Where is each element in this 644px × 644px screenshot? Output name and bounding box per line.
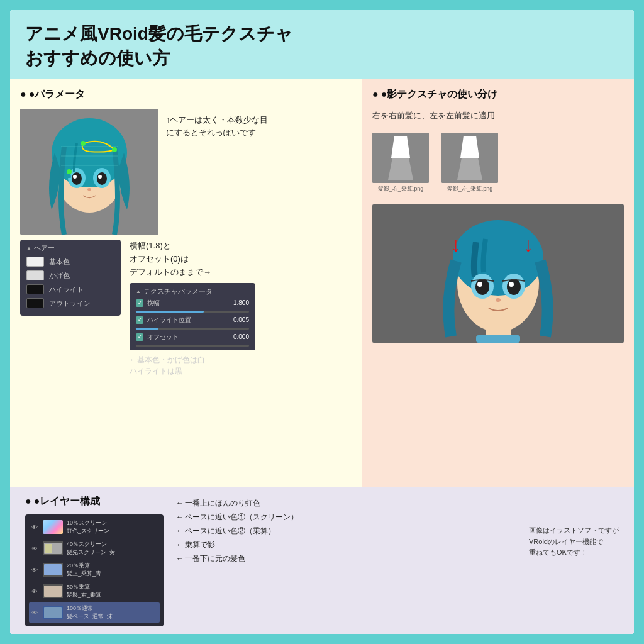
svg-point-8 (98, 175, 102, 179)
hair-item-base: 基本色 (26, 257, 114, 267)
layer-desc-col: 一番上にほんのり虹色 ベースに近い色①（スクリーン） ベースに近い色②（乗算） … (176, 495, 516, 564)
layer-thumb-3 (43, 563, 63, 577)
title-line2: おすすめの使い方 (25, 48, 170, 68)
shadow-color-swatch (26, 270, 44, 280)
layer-thumb-1 (43, 520, 63, 534)
hair-box-wrap: ヘアー 基本色 かげ色 ハイライト (20, 240, 121, 316)
svg-point-7 (73, 175, 77, 179)
layer-eye-5: 👁 (30, 608, 39, 617)
param-section-title: ●パラメータ (20, 88, 352, 101)
param-value-1: 1.800 (224, 299, 249, 306)
svg-rect-38 (45, 544, 52, 553)
param-label-2: ハイライト位置 (147, 316, 220, 325)
layer-mode-4: 50％乗算 (67, 583, 158, 591)
layer-mode-1: 10％スクリーン (67, 519, 158, 527)
character-image (20, 109, 158, 235)
svg-marker-20 (460, 136, 479, 158)
param-slider-1 (136, 311, 249, 313)
base-color-label: 基本色 (49, 257, 70, 267)
layer-desc-1: 一番上にほんのり虹色 (176, 497, 516, 509)
param-item-highlight: ✓ ハイライト位置 0.005 (136, 316, 249, 325)
layer-mode-3: 20％乗算 (67, 562, 158, 570)
svg-text:↓: ↓ (523, 233, 533, 256)
svg-point-28 (507, 279, 521, 295)
layer-mode-2: 40％スクリーン (67, 540, 158, 548)
layer-desc-5: 一番下に元の髪色 (176, 553, 516, 564)
layer-thumb-2 (43, 541, 63, 555)
param-label-1: 横幅 (147, 299, 220, 308)
texture-filename-left: 髪影_左_乗算.png (447, 185, 493, 193)
svg-marker-17 (391, 136, 410, 158)
highlight-color-swatch (26, 284, 44, 294)
param-text-box: 横幅(1.8)と オフセット(0)は デフォルトのままで→ テクスチャパラメータ… (130, 240, 255, 379)
left-panel: ●パラメータ (10, 79, 362, 487)
layer-eye-1: 👁 (30, 523, 39, 531)
param-check-2: ✓ (136, 316, 143, 324)
svg-point-12 (67, 169, 72, 174)
param-check-3: ✓ (136, 333, 143, 341)
texture-param-title: テクスチャパラメータ (136, 287, 249, 296)
highlight-color-label: ハイライト (49, 285, 84, 294)
svg-point-11 (112, 147, 117, 152)
layer-info-3: 20％乗算 髪上_乗算_青 (67, 562, 158, 578)
param-value-2: 0.005 (224, 316, 249, 323)
svg-rect-40 (44, 564, 62, 575)
texture-row: 髪影_右_乗算.png 髪影_左_乗算.png (372, 133, 624, 193)
svg-marker-21 (457, 158, 482, 180)
svg-point-5 (72, 172, 82, 185)
svg-point-27 (475, 279, 489, 295)
svg-point-29 (477, 282, 482, 287)
layer-name-4: 髪影_右_乗算 (67, 591, 158, 599)
layer-row-5: 👁 100％通常 髪ベース_通常_沫 (29, 602, 160, 623)
svg-rect-42 (44, 586, 62, 597)
layer-eye-4: 👁 (30, 587, 39, 596)
page-title: アニメ風VRoid髪の毛テクスチャ おすすめの使い方 (25, 21, 619, 70)
hair-item-outline: アウトライン (26, 298, 114, 308)
layer-eye-3: 👁 (30, 565, 39, 574)
texture-filename-right: 髪影_右_乗算.png (378, 185, 424, 193)
layer-name-1: 虹色_スクリーン (67, 527, 158, 535)
svg-rect-44 (44, 607, 62, 618)
svg-rect-33 (476, 335, 520, 343)
svg-point-6 (97, 172, 107, 185)
layer-name-3: 髪上_乗算_青 (67, 570, 158, 578)
svg-point-31 (496, 298, 501, 302)
hair-color-text: ←基本色・かげ色は白 ハイライトは黒 (130, 354, 255, 377)
hair-item-shadow: かげ色 (26, 270, 114, 280)
layer-info-4: 50％乗算 髪影_右_乗算 (67, 583, 158, 599)
shadow-color-label: かげ色 (49, 271, 70, 280)
layer-row-1: 👁 10％スクリーン 虹色_スクリーン (29, 517, 160, 537)
param-check-1: ✓ (136, 299, 143, 307)
main-content: ●パラメータ (10, 79, 634, 487)
title-area: アニメ風VRoid髪の毛テクスチャ おすすめの使い方 (10, 10, 634, 79)
shadow-section-title: ●影テクスチャの使い分け (372, 88, 624, 101)
hair-item-highlight: ハイライト (26, 284, 114, 294)
layer-info-1: 10％スクリーン 虹色_スクリーン (67, 519, 158, 535)
layer-mode-5: 100％通常 (67, 604, 158, 613)
outline-color-label: アウトライン (49, 299, 91, 308)
layer-section-wrap: ●レイヤー構成 👁 10％スクリーン 虹色_スクリーン 👁 (25, 495, 164, 626)
layer-eye-2: 👁 (30, 544, 39, 553)
param-slider-2 (136, 328, 249, 330)
left-top: ↑ヘアーは太く・本数少な目 にするとそれっぽいです (20, 109, 352, 235)
param-slider-fill-2 (136, 328, 158, 330)
layer-row-3: 👁 20％乗算 髪上_乗算_青 (29, 560, 160, 580)
base-color-swatch (26, 257, 44, 267)
svg-point-24 (453, 220, 543, 296)
char-note: ↑ヘアーは太く・本数少な目 にするとそれっぽいです (166, 109, 268, 139)
param-item-width: ✓ 横幅 1.800 (136, 299, 249, 308)
param-slider-3 (136, 345, 249, 347)
right-panel: ●影テクスチャの使い分け 右を右前髪に、左を左前髪に適用 (362, 79, 634, 487)
svg-marker-18 (388, 158, 413, 180)
layer-row-4: 👁 50％乗算 髪影_右_乗算 (29, 581, 160, 601)
shadow-subtitle: 右を右前髪に、左を左前髪に適用 (372, 110, 624, 121)
param-text: 横幅(1.8)と オフセット(0)は デフォルトのままで→ (130, 240, 255, 279)
title-line1: アニメ風VRoid髪の毛テクスチャ (25, 24, 293, 43)
hair-box-title: ヘアー (26, 243, 114, 253)
param-row: ヘアー 基本色 かげ色 ハイライト (20, 240, 352, 379)
texture-thumb-right: 髪影_右_乗算.png (372, 133, 429, 193)
param-slider-fill-1 (136, 311, 204, 313)
layer-info-5: 100％通常 髪ベース_通常_沫 (67, 604, 158, 621)
hair-box: ヘアー 基本色 かげ色 ハイライト (20, 240, 121, 316)
svg-point-9 (87, 188, 91, 191)
